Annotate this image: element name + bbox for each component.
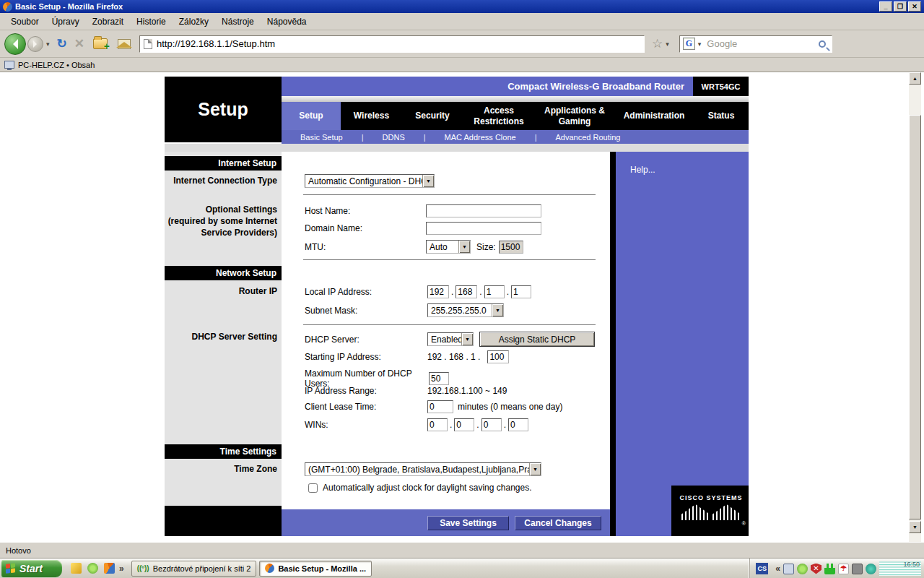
status-bar: Hotovo bbox=[0, 542, 924, 558]
minimize-button[interactable]: _ bbox=[879, 1, 892, 12]
back-button[interactable] bbox=[4, 33, 26, 55]
icq-tray-icon[interactable] bbox=[797, 564, 808, 574]
firefox-quick-launch-icon[interactable] bbox=[104, 563, 115, 574]
wins-octet-1[interactable] bbox=[427, 418, 448, 431]
cisco-bridge-right bbox=[712, 504, 741, 520]
menu-zalozky[interactable]: Záložky bbox=[173, 14, 215, 29]
search-placeholder[interactable]: Google bbox=[707, 38, 818, 49]
menu-zobrazit[interactable]: Zobrazit bbox=[86, 14, 130, 29]
tray-app-icon[interactable] bbox=[852, 564, 863, 574]
cisco-logo-block: Cisco Systems ® bbox=[671, 486, 749, 536]
content-top-strip bbox=[165, 144, 749, 152]
wins-octet-2[interactable] bbox=[454, 418, 474, 431]
task-wireless-connection[interactable]: ((º)) Bezdrátové připojení k síti 2 bbox=[131, 561, 257, 577]
subtab-advanced-routing[interactable]: Advanced Routing bbox=[537, 133, 640, 142]
status-text: Hotovo bbox=[6, 546, 31, 555]
lease-time-input[interactable] bbox=[427, 400, 453, 413]
url-text[interactable]: http://192.168.1.1/Setup.htm bbox=[157, 38, 275, 49]
save-settings-button[interactable]: Save Settings bbox=[427, 516, 509, 530]
start-button[interactable]: Start bbox=[1, 560, 62, 577]
label-dhcp-server-setting: DHCP Server Setting bbox=[165, 331, 277, 342]
restore-button[interactable]: ❐ bbox=[894, 1, 907, 12]
menu-napoveda[interactable]: Nápověda bbox=[261, 14, 313, 29]
divider bbox=[303, 194, 596, 195]
domain-name-label: Domain Name: bbox=[305, 223, 426, 233]
quick-launch bbox=[71, 563, 115, 574]
forward-button[interactable] bbox=[27, 36, 43, 52]
new-tab-folder-icon[interactable] bbox=[93, 38, 108, 49]
tray-collapse-chevron[interactable]: « bbox=[775, 564, 780, 574]
window-title: Basic Setup - Mozilla Firefox bbox=[15, 2, 878, 11]
label-optional-settings: Optional Settings (required by some Inte… bbox=[165, 204, 277, 238]
host-name-input[interactable] bbox=[426, 204, 541, 217]
wins-octet-4[interactable] bbox=[508, 418, 528, 431]
scrollbar-thumb[interactable] bbox=[909, 115, 921, 519]
menu-upravy[interactable]: Úpravy bbox=[45, 14, 86, 29]
max-dhcp-users-input[interactable] bbox=[429, 372, 449, 385]
menu-nastroje[interactable]: Nástroje bbox=[215, 14, 261, 29]
quick-launch-icon-1[interactable] bbox=[71, 563, 82, 574]
optional-line-2: (required by some Internet bbox=[165, 215, 277, 227]
history-dropdown[interactable]: ▾ bbox=[46, 40, 50, 48]
keyboard-layout-indicator[interactable]: CS bbox=[756, 563, 768, 574]
tab-security[interactable]: Security bbox=[402, 102, 463, 130]
assign-static-dhcp-button[interactable]: Assign Static DHCP bbox=[479, 332, 595, 347]
connection-type-select[interactable]: Automatic Configuration - DHCP ▼ bbox=[305, 174, 435, 188]
security-alert-shield-icon[interactable]: ✕ bbox=[811, 564, 821, 574]
subtab-basic-setup[interactable]: Basic Setup bbox=[282, 133, 362, 142]
dhcp-server-select[interactable]: Enabled ▼ bbox=[427, 332, 474, 346]
dst-checkbox[interactable] bbox=[308, 483, 318, 493]
bookmark-star-icon[interactable]: ☆ bbox=[652, 36, 663, 51]
divider bbox=[303, 324, 596, 325]
search-bar[interactable]: G ▾ Google bbox=[679, 35, 832, 53]
local-ip-octet-2[interactable] bbox=[456, 285, 477, 298]
subtab-mac-address-clone[interactable]: MAC Address Clone bbox=[426, 133, 535, 142]
time-zone-select[interactable]: (GMT+01:00) Belgrade, Bratislava,Budapes… bbox=[305, 462, 541, 476]
menu-historie[interactable]: Historie bbox=[130, 14, 173, 29]
bookmark-item[interactable]: PC-HELP.CZ • Obsah bbox=[18, 61, 95, 69]
mtu-select[interactable]: Auto ▼ bbox=[426, 240, 471, 254]
tab-wireless[interactable]: Wireless bbox=[341, 102, 402, 130]
close-button[interactable]: ✕ bbox=[908, 1, 921, 12]
subnet-mask-select[interactable]: 255.255.255.0 ▼ bbox=[427, 303, 504, 317]
network-monitor-icon[interactable] bbox=[783, 564, 794, 574]
signal-strength-icon[interactable] bbox=[824, 564, 835, 574]
sub-nav: Basic Setup | DDNS | MAC Address Clone |… bbox=[282, 130, 749, 144]
task-firefox[interactable]: Basic Setup - Mozilla ... bbox=[259, 561, 372, 577]
ip-range-label: IP Address Range: bbox=[305, 386, 427, 396]
dhcp-server-label: DHCP Server: bbox=[305, 335, 427, 345]
menu-soubor[interactable]: Soubor bbox=[4, 14, 45, 29]
local-ip-octet-4[interactable] bbox=[511, 285, 531, 298]
search-icon[interactable] bbox=[819, 40, 826, 48]
local-ip-octet-1[interactable] bbox=[427, 285, 449, 298]
bookmark-dropdown[interactable]: ▾ bbox=[666, 40, 669, 48]
icq-icon[interactable] bbox=[87, 563, 98, 574]
quick-launch-overflow-chevron[interactable]: » bbox=[119, 564, 124, 574]
starting-ip-input[interactable] bbox=[487, 350, 509, 363]
tab-status[interactable]: Status bbox=[694, 102, 749, 130]
address-bar[interactable]: http://192.168.1.1/Setup.htm bbox=[139, 35, 645, 53]
local-ip-octet-3[interactable] bbox=[484, 285, 505, 298]
reload-icon[interactable]: ↻ bbox=[57, 38, 67, 50]
cancel-changes-button[interactable]: Cancel Changes bbox=[515, 516, 601, 530]
vertical-scrollbar[interactable]: ▲ ▼ bbox=[909, 72, 921, 542]
tab-setup[interactable]: Setup bbox=[282, 102, 341, 130]
registered-mark: ® bbox=[742, 521, 746, 526]
dhcp-server-row: DHCP Server: Enabled ▼ Assign Static DHC… bbox=[305, 332, 608, 347]
scroll-up-button[interactable]: ▲ bbox=[909, 72, 921, 85]
search-engine-dropdown[interactable]: ▾ bbox=[698, 40, 702, 48]
tab-administration[interactable]: Administration bbox=[614, 102, 694, 130]
home-icon[interactable] bbox=[118, 39, 131, 49]
firefox-icon bbox=[265, 564, 274, 573]
scroll-down-button[interactable]: ▼ bbox=[909, 521, 921, 533]
subtab-ddns[interactable]: DDNS bbox=[364, 133, 424, 142]
domain-name-input[interactable] bbox=[426, 222, 541, 235]
tab-applications-gaming[interactable]: Applications & Gaming bbox=[535, 102, 614, 130]
avira-umbrella-icon[interactable]: ☂ bbox=[838, 564, 849, 574]
tab-access-restrictions[interactable]: Access Restrictions bbox=[463, 102, 535, 130]
google-icon[interactable]: G bbox=[683, 38, 695, 50]
help-link[interactable]: Help... bbox=[630, 165, 655, 175]
tray-globe-icon[interactable] bbox=[866, 564, 876, 574]
wins-octet-3[interactable] bbox=[481, 418, 502, 431]
dropdown-arrow-icon: ▼ bbox=[458, 241, 470, 253]
